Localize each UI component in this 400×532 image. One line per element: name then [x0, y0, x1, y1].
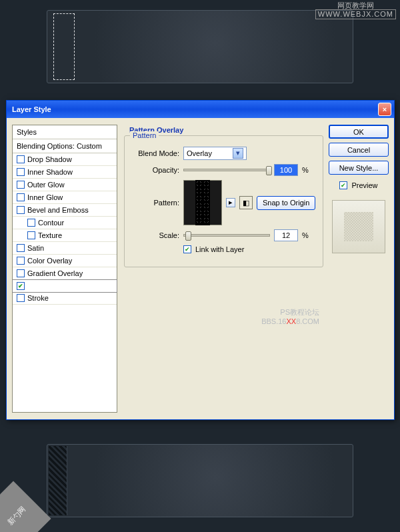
link-row: ✔ Link with Layer	[131, 245, 316, 253]
label: Texture	[38, 231, 62, 239]
pattern-stripe	[49, 446, 67, 515]
style-color-overlay[interactable]: Color Overlay	[13, 255, 117, 267]
canvas-preview-top	[47, 10, 353, 83]
style-stroke[interactable]: Stroke	[13, 292, 117, 305]
new-style-button[interactable]: New Style...	[329, 161, 389, 175]
checkbox[interactable]	[17, 181, 25, 189]
checkbox[interactable]	[17, 257, 25, 265]
opacity-pct: %	[302, 166, 309, 174]
selection-marquee	[53, 13, 75, 80]
watermark-top-right: 网页教学网 WWW.WEBJX.COM	[315, 2, 396, 19]
checkbox[interactable]	[17, 168, 25, 176]
wm-url: WWW.WEBJX.COM	[315, 9, 396, 19]
preview-toggle[interactable]: ✔ Preview	[329, 181, 389, 189]
snap-to-origin-button[interactable]: Snap to Origin	[257, 196, 315, 210]
link-checkbox[interactable]: ✔	[183, 245, 191, 253]
pattern-fieldset: Pattern Blend Mode: Overlay ▾ Opacity: 1…	[124, 135, 323, 267]
label: Outer Glow	[27, 181, 65, 189]
close-icon: ×	[383, 105, 387, 113]
label: Gradient Overlay	[27, 269, 83, 277]
styles-header[interactable]: Styles	[13, 125, 117, 139]
checkbox[interactable]	[17, 155, 25, 163]
slider-thumb[interactable]	[266, 166, 272, 175]
new-preset-button[interactable]: ◧	[239, 196, 253, 209]
scale-row: Scale: 12 %	[131, 229, 316, 241]
label: Pattern Overlay	[27, 282, 81, 290]
scale-slider[interactable]	[183, 234, 270, 237]
action-column: OK Cancel New Style... ✔ Preview	[329, 125, 389, 413]
preview-checkbox[interactable]: ✔	[339, 181, 347, 189]
watermark-mid: PS教程论坛 BBS.16XX8.COM	[261, 307, 319, 326]
label: Inner Shadow	[27, 168, 73, 176]
label: Stroke	[27, 294, 49, 302]
pattern-row: Pattern: ▸ ◧ Snap to Origin	[131, 180, 316, 225]
opacity-input[interactable]: 100	[274, 164, 298, 176]
checkbox[interactable]	[27, 219, 35, 227]
label: Color Overlay	[27, 257, 72, 265]
close-button[interactable]: ×	[378, 103, 391, 116]
preview-swatch	[332, 200, 385, 253]
style-outer-glow[interactable]: Outer Glow	[13, 179, 117, 191]
style-pattern-overlay[interactable]: ✔Pattern Overlay	[12, 279, 117, 293]
blending-options-header[interactable]: Blending Options: Custom	[13, 139, 117, 153]
checkbox[interactable]: ✔	[17, 282, 25, 290]
label: Bevel and Emboss	[27, 206, 89, 214]
checkbox[interactable]	[27, 231, 35, 239]
styles-list: Styles Blending Options: Custom Drop Sha…	[12, 125, 117, 413]
style-texture[interactable]: Texture	[13, 229, 117, 242]
layer-style-dialog: Layer Style × Styles Blending Options: C…	[6, 100, 395, 420]
settings-panel: Pattern Overlay Pattern Blend Mode: Over…	[123, 125, 323, 413]
checkbox[interactable]	[17, 294, 25, 302]
pattern-preview	[195, 180, 210, 225]
chevron-down-icon: ▾	[233, 148, 243, 159]
style-drop-shadow[interactable]: Drop Shadow	[13, 153, 117, 166]
style-inner-glow[interactable]: Inner Glow	[13, 191, 117, 204]
preview-label: Preview	[351, 181, 377, 189]
link-label: Link with Layer	[195, 245, 244, 253]
pattern-swatch[interactable]	[183, 180, 222, 225]
pattern-picker-arrow[interactable]: ▸	[226, 198, 235, 207]
blend-mode-row: Blend Mode: Overlay ▾	[131, 147, 316, 160]
opacity-slider[interactable]	[183, 169, 270, 171]
label: Contour	[38, 219, 64, 227]
pattern-label: Pattern:	[131, 199, 179, 207]
style-contour[interactable]: Contour	[13, 217, 117, 229]
cancel-button[interactable]: Cancel	[329, 143, 389, 157]
blend-mode-value: Overlay	[187, 149, 212, 157]
label: Drop Shadow	[27, 155, 72, 163]
style-satin[interactable]: Satin	[13, 242, 117, 255]
scale-input[interactable]: 12	[274, 229, 298, 241]
label: Satin	[27, 244, 44, 252]
opacity-row: Opacity: 100 %	[131, 164, 316, 176]
style-gradient-overlay[interactable]: Gradient Overlay	[13, 267, 117, 280]
checkbox[interactable]	[17, 244, 25, 252]
preview-inner	[344, 212, 373, 241]
ok-button[interactable]: OK	[329, 125, 389, 139]
dialog-title: Layer Style	[9, 105, 378, 113]
scale-pct: %	[302, 231, 309, 239]
dialog-body: Styles Blending Options: Custom Drop Sha…	[7, 118, 394, 419]
label: Inner Glow	[27, 193, 63, 201]
checkbox[interactable]	[17, 269, 25, 277]
checkbox[interactable]	[17, 206, 25, 214]
style-inner-shadow[interactable]: Inner Shadow	[13, 166, 117, 179]
fieldset-legend: Pattern	[130, 131, 159, 139]
checkbox[interactable]	[17, 193, 25, 201]
blend-mode-label: Blend Mode:	[131, 149, 179, 157]
canvas-preview-bottom	[47, 444, 353, 517]
scale-label: Scale:	[131, 231, 179, 239]
slider-thumb[interactable]	[185, 231, 191, 241]
titlebar[interactable]: Layer Style ×	[7, 101, 394, 118]
wm-text: 网页教学网	[315, 2, 396, 9]
watermark-bottom-left: 新勺网	[0, 481, 51, 532]
blend-mode-select[interactable]: Overlay ▾	[183, 147, 247, 160]
opacity-label: Opacity:	[131, 166, 179, 174]
style-bevel-emboss[interactable]: Bevel and Emboss	[13, 204, 117, 217]
